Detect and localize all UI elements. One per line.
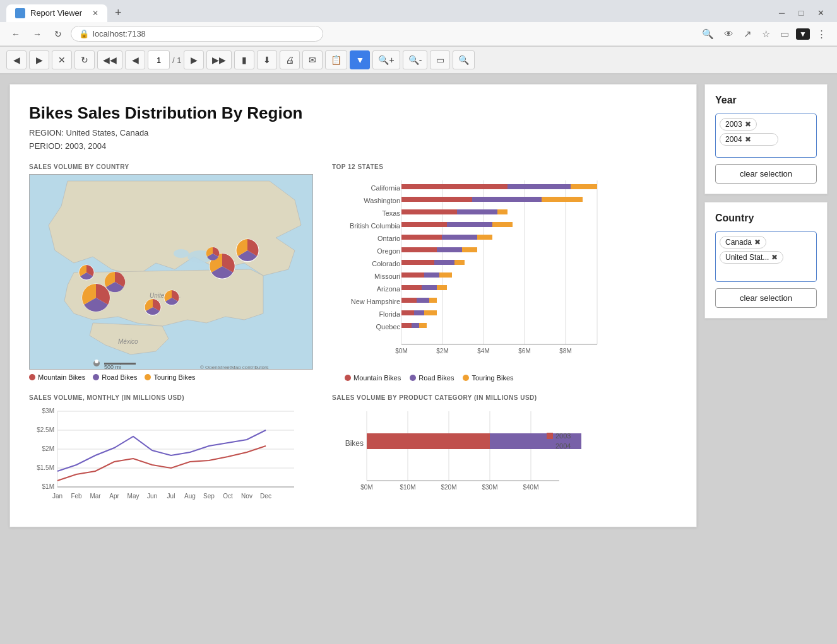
copy-btn[interactable]: 📋 <box>325 50 347 69</box>
nav-back-button[interactable]: ← <box>8 26 24 42</box>
year-tag-2003-label: 2003 <box>725 120 742 129</box>
prev-page-btn[interactable]: ◀ <box>125 50 145 69</box>
page-separator: / 1 <box>172 56 181 65</box>
svg-text:Apr: Apr <box>109 493 119 500</box>
year-tag-2004-remove[interactable]: ✖ <box>745 135 751 144</box>
country-tag-us-remove[interactable]: ✖ <box>771 253 778 262</box>
period-label: PERIOD: <box>29 141 62 151</box>
zoom-in-btn[interactable]: 🔍+ <box>372 50 400 69</box>
extension-btn[interactable]: ▼ <box>796 28 810 40</box>
menu-btn[interactable]: ⋮ <box>814 26 829 42</box>
address-bar[interactable]: 🔒 localhost:7138 <box>71 26 323 42</box>
svg-text:California: California <box>371 184 401 192</box>
svg-text:Oregon: Oregon <box>377 247 400 255</box>
bar-legend-touring: Touring Bikes <box>463 374 513 382</box>
bar-road-label: Road Bikes <box>418 374 454 382</box>
reader-mode-btn[interactable]: 👁 <box>721 26 737 41</box>
share-btn[interactable]: ↗ <box>740 26 755 42</box>
year-filter-tags[interactable]: 2003 ✖ 2004 ✖ <box>715 114 817 158</box>
report-meta: REGION: United States, Canada PERIOD: 20… <box>29 127 677 153</box>
legend-mountain: Mountain Bikes <box>29 373 85 381</box>
first-page-btn[interactable]: ◀◀ <box>97 50 122 69</box>
svg-text:$0M: $0M <box>360 484 372 491</box>
url-text: localhost:7138 <box>93 29 146 38</box>
product-chart-svg: Bikes $0M $10M $20M $30M $40M 2003 <box>332 405 585 506</box>
print-btn[interactable]: 🖨 <box>280 50 300 69</box>
region-value: United States, Canada <box>66 128 149 138</box>
maximize-button[interactable]: □ <box>792 6 810 20</box>
email-btn[interactable]: ✉ <box>302 50 323 69</box>
map-legend: Mountain Bikes Road Bikes Touring Bikes <box>29 373 313 381</box>
product-label: SALES VOLUME BY PRODUCT CATEGORY (in mil… <box>332 394 677 401</box>
svg-rect-51 <box>454 260 465 265</box>
country-clear-selection-button[interactable]: clear selection <box>715 288 817 308</box>
filter-btn[interactable]: ▼ <box>350 50 370 69</box>
title-bar: Report Viewer ✕ + ─ □ ✕ <box>0 0 837 22</box>
svg-text:Bikes: Bikes <box>345 439 364 448</box>
next-page-btn[interactable]: ▶ <box>184 50 204 69</box>
country-filter-card: Country Canada ✖ United Stat... ✖ clear … <box>704 202 828 319</box>
year-filter-title: Year <box>715 95 817 106</box>
stop-loading-btn[interactable]: ✕ <box>52 50 72 69</box>
country-filter-tags[interactable]: Canada ✖ United Stat... ✖ <box>715 231 817 282</box>
page-number-input[interactable] <box>148 50 170 69</box>
tab-title: Report Viewer <box>30 8 82 18</box>
country-tag-us[interactable]: United Stat... ✖ <box>720 251 783 264</box>
svg-point-16 <box>95 360 98 363</box>
year-clear-selection-button[interactable]: clear selection <box>715 164 817 184</box>
svg-text:$4M: $4M <box>477 348 489 354</box>
country-tag-canada-remove[interactable]: ✖ <box>754 238 761 247</box>
back-history-btn[interactable]: ◀ <box>6 50 27 69</box>
country-tag-canada[interactable]: Canada ✖ <box>720 236 766 249</box>
country-filter-input[interactable] <box>720 269 739 278</box>
sidebar-btn[interactable]: ▭ <box>777 26 792 42</box>
svg-text:Dec: Dec <box>260 493 271 500</box>
svg-text:$2.5M: $2.5M <box>37 426 54 433</box>
year-tag-2003[interactable]: 2003 ✖ <box>720 118 757 131</box>
browser-tab[interactable]: Report Viewer ✕ <box>6 4 107 22</box>
svg-rect-65 <box>401 310 414 315</box>
window-controls: ─ □ ✕ <box>773 6 831 20</box>
bookmark-btn[interactable]: ☆ <box>759 26 773 42</box>
close-button[interactable]: ✕ <box>811 6 831 20</box>
nav-reload-button[interactable]: ↻ <box>50 26 66 42</box>
svg-text:Jun: Jun <box>147 493 157 500</box>
bar-touring-color <box>463 375 469 381</box>
svg-rect-25 <box>401 184 508 189</box>
year-tag-2003-remove[interactable]: ✖ <box>745 120 751 129</box>
bar-mountain-label: Mountain Bikes <box>353 374 401 382</box>
svg-text:Jan: Jan <box>52 493 62 500</box>
export-btn[interactable]: ▮ <box>234 50 254 69</box>
svg-text:Aug: Aug <box>184 493 196 500</box>
year-filter-input[interactable] <box>754 135 773 144</box>
bar-legend-road: Road Bikes <box>410 374 454 382</box>
minimize-button[interactable]: ─ <box>773 6 791 20</box>
zoom-out-btn[interactable]: 🔍- <box>403 50 428 69</box>
svg-rect-50 <box>434 260 454 265</box>
legend-touring: Touring Bikes <box>145 373 195 381</box>
search-text-btn[interactable]: 🔍 <box>453 50 475 69</box>
svg-text:May: May <box>128 493 140 500</box>
refresh-report-btn[interactable]: ↻ <box>74 50 95 69</box>
nav-bar: ← → ↻ 🔒 localhost:7138 🔍 👁 ↗ ☆ ▭ ▼ ⋮ <box>0 22 837 46</box>
map-container: México United St... <box>29 174 313 370</box>
svg-text:2004: 2004 <box>555 442 571 450</box>
svg-text:$3M: $3M <box>42 407 54 414</box>
svg-rect-116 <box>547 433 553 439</box>
last-page-btn[interactable]: ▶▶ <box>206 50 232 69</box>
svg-text:México: México <box>118 338 138 345</box>
search-icon-btn[interactable]: 🔍 <box>699 26 717 42</box>
fit-page-btn[interactable]: ▭ <box>430 50 450 69</box>
sidebar: Year 2003 ✖ 2004 ✖ clear selection Count… <box>704 84 828 527</box>
year-tag-2004[interactable]: 2004 ✖ <box>720 133 778 146</box>
map-svg: México United St... <box>30 175 313 370</box>
touring-color <box>145 374 151 380</box>
new-tab-button[interactable]: + <box>110 4 127 22</box>
forward-history-btn[interactable]: ▶ <box>29 50 49 69</box>
tab-close-btn[interactable]: ✕ <box>92 9 98 18</box>
nav-forward-button[interactable]: → <box>29 26 45 42</box>
road-color <box>93 374 99 380</box>
svg-text:Mar: Mar <box>90 493 101 500</box>
main-area: Bikes Sales Distribution By Region REGIO… <box>0 74 837 537</box>
download-btn[interactable]: ⬇ <box>257 50 277 69</box>
